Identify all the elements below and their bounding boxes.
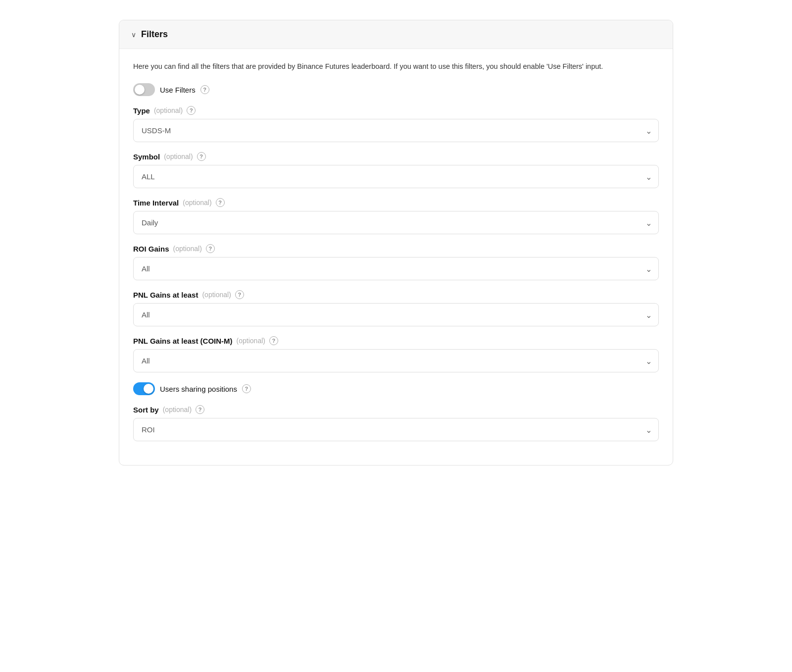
pnl-gains-label-text: PNL Gains at least xyxy=(133,291,198,299)
pnl-gains-coin-field-group: PNL Gains at least (COIN-M) (optional) ?… xyxy=(133,336,659,372)
pnl-gains-coin-help-icon[interactable]: ? xyxy=(269,336,278,345)
filters-title: Filters xyxy=(141,29,168,40)
filters-description: Here you can find all the filters that a… xyxy=(133,61,659,72)
time-interval-label-text: Time Interval xyxy=(133,199,179,207)
symbol-field-label: Symbol (optional) ? xyxy=(133,152,659,161)
roi-gains-optional-text: (optional) xyxy=(173,245,202,253)
users-sharing-help-icon[interactable]: ? xyxy=(242,384,251,393)
time-interval-field-group: Time Interval (optional) ? Daily Weekly … xyxy=(133,198,659,234)
pnl-gains-coin-field-label: PNL Gains at least (COIN-M) (optional) ? xyxy=(133,336,659,345)
symbol-label-text: Symbol xyxy=(133,153,160,161)
use-filters-toggle[interactable] xyxy=(133,83,155,96)
type-label-text: Type xyxy=(133,106,150,115)
roi-gains-help-icon[interactable]: ? xyxy=(206,244,215,253)
type-help-icon[interactable]: ? xyxy=(187,106,196,115)
filters-body: Here you can find all the filters that a… xyxy=(119,49,673,465)
pnl-gains-select[interactable]: All xyxy=(133,303,659,326)
pnl-gains-field-label: PNL Gains at least (optional) ? xyxy=(133,290,659,299)
symbol-field-group: Symbol (optional) ? ALL ⌄ xyxy=(133,152,659,188)
pnl-gains-optional-text: (optional) xyxy=(202,291,231,299)
roi-gains-label-text: ROI Gains xyxy=(133,245,169,253)
time-interval-help-icon[interactable]: ? xyxy=(216,198,225,207)
roi-gains-field-label: ROI Gains (optional) ? xyxy=(133,244,659,253)
pnl-gains-coin-optional-text: (optional) xyxy=(237,337,265,345)
pnl-gains-coin-select-wrapper: All ⌄ xyxy=(133,349,659,372)
symbol-select[interactable]: ALL xyxy=(133,165,659,188)
sort-by-label-text: Sort by xyxy=(133,406,159,414)
use-filters-help-icon[interactable]: ? xyxy=(200,85,209,94)
pnl-gains-select-wrapper: All ⌄ xyxy=(133,303,659,326)
sort-by-select[interactable]: ROI PNL xyxy=(133,418,659,441)
roi-gains-select-wrapper: All ⌄ xyxy=(133,257,659,280)
symbol-select-wrapper: ALL ⌄ xyxy=(133,165,659,188)
use-filters-label: Use Filters xyxy=(160,86,196,94)
use-filters-row: Use Filters ? xyxy=(133,83,659,96)
type-select-wrapper: USDS-M COIN-M ⌄ xyxy=(133,119,659,142)
pnl-gains-help-icon[interactable]: ? xyxy=(235,290,244,299)
filters-header[interactable]: ∨ Filters xyxy=(119,20,673,49)
type-field-label: Type (optional) ? xyxy=(133,106,659,115)
pnl-gains-coin-label-text: PNL Gains at least (COIN-M) xyxy=(133,337,233,345)
users-sharing-label: Users sharing positions xyxy=(160,385,237,393)
time-interval-optional-text: (optional) xyxy=(183,199,211,207)
sort-by-select-wrapper: ROI PNL ⌄ xyxy=(133,418,659,441)
sort-by-field-group: Sort by (optional) ? ROI PNL ⌄ xyxy=(133,405,659,441)
chevron-down-icon: ∨ xyxy=(131,31,136,39)
time-interval-field-label: Time Interval (optional) ? xyxy=(133,198,659,207)
pnl-gains-coin-select[interactable]: All xyxy=(133,349,659,372)
sort-by-optional-text: (optional) xyxy=(163,406,192,414)
time-interval-select-wrapper: Daily Weekly Monthly All Time ⌄ xyxy=(133,211,659,234)
filters-panel: ∨ Filters Here you can find all the filt… xyxy=(119,20,673,465)
symbol-help-icon[interactable]: ? xyxy=(197,152,206,161)
symbol-optional-text: (optional) xyxy=(164,153,193,160)
roi-gains-field-group: ROI Gains (optional) ? All ⌄ xyxy=(133,244,659,280)
sort-by-help-icon[interactable]: ? xyxy=(196,405,204,414)
users-sharing-toggle[interactable] xyxy=(133,382,155,395)
time-interval-select[interactable]: Daily Weekly Monthly All Time xyxy=(133,211,659,234)
sort-by-field-label: Sort by (optional) ? xyxy=(133,405,659,414)
type-select[interactable]: USDS-M COIN-M xyxy=(133,119,659,142)
roi-gains-select[interactable]: All xyxy=(133,257,659,280)
users-sharing-row: Users sharing positions ? xyxy=(133,382,659,395)
type-field-group: Type (optional) ? USDS-M COIN-M ⌄ xyxy=(133,106,659,142)
type-optional-text: (optional) xyxy=(154,106,183,114)
pnl-gains-field-group: PNL Gains at least (optional) ? All ⌄ xyxy=(133,290,659,326)
